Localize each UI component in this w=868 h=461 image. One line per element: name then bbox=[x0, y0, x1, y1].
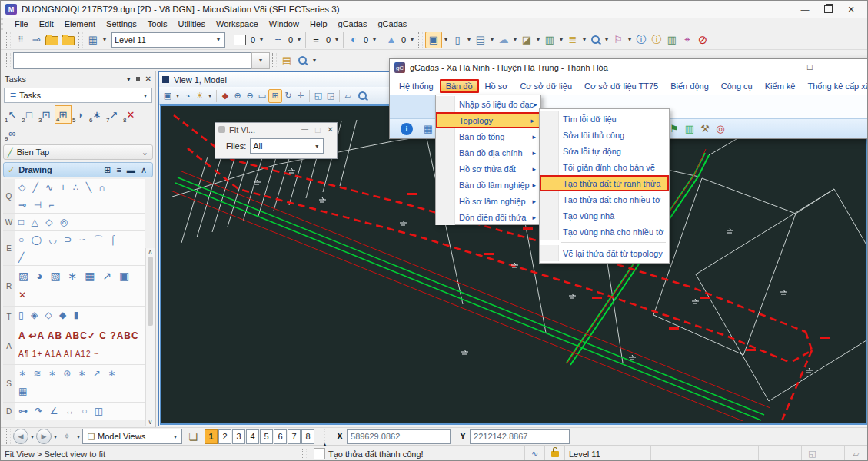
toolbar-grip[interactable] bbox=[78, 32, 83, 48]
gcadas-title-bar[interactable]: gC gCadas - Xã Hà Ninh - Huyện Hà Trung … bbox=[390, 59, 868, 76]
section-drawing[interactable]: ✓ Drawing ⊞ ≡ ▬ ∧ bbox=[3, 162, 153, 177]
transparency-dropdown[interactable]: ▾ bbox=[371, 36, 378, 43]
view-toggle-5[interactable]: 5 bbox=[260, 429, 273, 444]
gc-target-icon[interactable]: ◎ bbox=[713, 121, 728, 137]
pin-flag-icon[interactable]: ⚐ bbox=[610, 32, 626, 48]
toolbar-grip[interactable] bbox=[6, 429, 11, 444]
menu-item-ho-so-thua-dat[interactable]: Hồ sơ thửa đất▸ bbox=[436, 161, 540, 177]
view-previous-icon[interactable]: ◱ bbox=[312, 90, 324, 102]
drawing-tools-row-a2[interactable]: A¶ 1+ A1A AI A12 ┄ bbox=[15, 345, 142, 363]
minimize-button[interactable]: — bbox=[793, 2, 816, 16]
cube-dropdown[interactable]: ▾ bbox=[442, 36, 450, 43]
active-level-combo[interactable]: Level 11 ▾ bbox=[111, 32, 225, 48]
view-toggle-6[interactable]: 6 bbox=[274, 429, 287, 444]
gc-menu-csdl-tt75[interactable]: Cơ sở dữ liệu TT75 bbox=[578, 79, 664, 93]
tasks-close-icon[interactable]: ✕ bbox=[145, 75, 151, 83]
drawing-tools-row-r2[interactable]: ✕ bbox=[15, 287, 135, 304]
menu-item-ban-do-tong[interactable]: Bản đồ tổng▸ bbox=[436, 128, 540, 144]
keyin-expand-button[interactable]: ▾ bbox=[251, 52, 270, 69]
drawing-tools-row-w[interactable]: □ △ ◇ ◎ bbox=[15, 214, 145, 230]
line-style-icon[interactable]: ╌ bbox=[271, 32, 286, 48]
tasks-combo[interactable]: ≣ Tasks ▾ bbox=[4, 88, 152, 103]
drawing-tools-row-d[interactable]: ⊶ ↷ ∠ ↔ ○ ◫ bbox=[15, 403, 145, 420]
drawing-tools-row-r1[interactable]: ▨ ◕ ▧ ∗ ▦ ↗ ▣ bbox=[15, 266, 135, 287]
dimension-style-icon[interactable]: ⊸ bbox=[28, 32, 44, 48]
tool-modify[interactable]: ∗6 bbox=[88, 105, 105, 124]
menu-tools[interactable]: Tools bbox=[142, 18, 173, 29]
brightness-icon[interactable]: ☀ bbox=[194, 90, 206, 102]
drawing-tools-row-a1[interactable]: A ↩A AB ABC✓ C ?ABC bbox=[15, 327, 142, 345]
restore-button[interactable] bbox=[816, 2, 840, 16]
fit-dialog-minimize[interactable]: — bbox=[301, 125, 308, 134]
menu-item-sua-loi-tu-dong[interactable]: Sửa lỗi tự động bbox=[540, 143, 669, 159]
scroll-thumb[interactable] bbox=[148, 257, 153, 326]
search-folder-icon[interactable]: ⓘ bbox=[649, 32, 664, 48]
menu-item-ve-lai-thua-dat[interactable]: Vẽ lại thửa đất từ topology bbox=[540, 245, 669, 261]
compass-icon[interactable]: ⌖ bbox=[59, 429, 75, 444]
drawing-view-toggles[interactable]: ⊞ ≡ ▬ ∧ bbox=[104, 165, 148, 175]
menu-item-tao-vung-nha[interactable]: Tạo vùng nhà bbox=[540, 207, 669, 224]
keyin-browse-icon[interactable] bbox=[298, 56, 307, 65]
rotate-view-icon[interactable]: ↻ bbox=[282, 90, 294, 102]
color-dropdown[interactable]: ▾ bbox=[258, 36, 265, 43]
menu-file[interactable]: File bbox=[9, 18, 34, 29]
view-windows-icon[interactable]: ❏ bbox=[185, 429, 201, 444]
gc-menu-he-thong[interactable]: Hệ thống bbox=[393, 79, 440, 93]
drawing-tools-row-t[interactable]: ▯ ◈ ◇ ◆ ▮ bbox=[15, 307, 145, 327]
line-weight-icon[interactable]: ≡ bbox=[308, 32, 324, 48]
active-template-dropdown[interactable]: ▾ bbox=[101, 36, 108, 43]
gc-menu-ho-so[interactable]: Hồ sơ bbox=[479, 79, 514, 93]
section-bien-tap[interactable]: ╱ Bien Tap ⌄ bbox=[3, 144, 153, 160]
view-toggle-8[interactable]: 8 bbox=[301, 429, 314, 444]
gcadas-minimize[interactable]: — bbox=[780, 62, 789, 71]
toolbar-grip[interactable] bbox=[6, 53, 11, 68]
element-template-icon[interactable]: ⠿ bbox=[13, 32, 28, 48]
menu-item-ban-do-lam-nghiep[interactable]: Bản đồ lâm nghiệp▸ bbox=[436, 177, 540, 193]
gc-menu-ban-do[interactable]: Bản đồ bbox=[440, 79, 479, 93]
status-dgn-cell[interactable]: ▱ bbox=[844, 446, 867, 461]
view-toggle-1[interactable]: 1 bbox=[205, 429, 218, 444]
magnifier-dropdown[interactable]: ▾ bbox=[603, 36, 610, 43]
level-manager-dropdown[interactable]: ▾ bbox=[557, 36, 565, 43]
forward-button[interactable]: ▶ bbox=[36, 429, 52, 444]
tool-change-attributes[interactable]: ◑5 bbox=[72, 105, 88, 124]
back-button[interactable]: ◀ bbox=[13, 429, 28, 444]
menu-edit[interactable]: Edit bbox=[34, 18, 59, 29]
level-display-dropdown[interactable]: ▾ bbox=[580, 36, 588, 43]
keyin-input[interactable] bbox=[13, 52, 251, 69]
gc-tools-icon[interactable]: ⚒ bbox=[697, 121, 713, 137]
menu-settings[interactable]: Settings bbox=[101, 18, 142, 29]
gc-menu-thong-ke[interactable]: Thống kê cấp xã bbox=[802, 79, 868, 93]
toolbar-grip[interactable] bbox=[6, 32, 11, 48]
fit-dialog-title-bar[interactable]: Fit Vi... — □ ✕ bbox=[215, 123, 337, 136]
menu-help[interactable]: Help bbox=[304, 18, 333, 29]
status-snap-cell[interactable]: ∿ bbox=[524, 446, 544, 461]
bien-tap-chevron-icon[interactable]: ⌄ bbox=[141, 148, 148, 158]
view-toggle-4[interactable]: 4 bbox=[246, 429, 259, 444]
files-select[interactable]: All ▾ bbox=[250, 138, 324, 154]
menu-window[interactable]: Window bbox=[264, 18, 304, 29]
design-cube-icon[interactable]: ▣ bbox=[425, 32, 442, 48]
zoom-in-icon[interactable]: ⊕ bbox=[231, 90, 244, 102]
priority-icon[interactable]: ▲ bbox=[384, 32, 399, 48]
view-toggle-3[interactable]: 3 bbox=[232, 429, 245, 444]
tool-move-copy[interactable]: ⊡3 bbox=[38, 105, 55, 124]
drawing-tools-row-q2[interactable]: ⊸ ⊣ ⌐ bbox=[15, 197, 111, 214]
tool-element-selection[interactable]: ↖1 bbox=[4, 105, 21, 124]
display-style-icon[interactable]: ◔ bbox=[181, 90, 194, 102]
back-dropdown[interactable]: ▾ bbox=[28, 433, 36, 440]
menu-item-ban-do-dia-chinh[interactable]: Bản đồ địa chính▸ bbox=[436, 144, 540, 161]
update-view-icon[interactable]: ◆ bbox=[219, 90, 231, 102]
accudraw-icon[interactable]: ⌖ bbox=[680, 32, 695, 48]
zoom-out-icon[interactable]: ⊖ bbox=[244, 90, 256, 102]
drawing-tools-row-e1[interactable]: ○ ◯ ◡ ⊃ ∽ ⌒ ⌠ bbox=[15, 231, 121, 249]
menu-item-topology[interactable]: Topology▸ bbox=[436, 112, 540, 128]
menu-item-sua-loi-thu-cong[interactable]: Sửa lỗi thủ công bbox=[540, 127, 669, 143]
menu-item-tao-vung-nha-nhieu-to[interactable]: Tạo vùng nhà cho nhiều tờ bbox=[540, 224, 669, 240]
new-file-icon[interactable]: ▯ bbox=[450, 32, 465, 48]
close-button[interactable]: ✕ bbox=[840, 2, 863, 16]
no-sign-icon[interactable]: ⊘ bbox=[695, 32, 710, 48]
level-display-icon[interactable]: ≣ bbox=[565, 32, 580, 48]
status-level-cell[interactable]: Level 11 bbox=[564, 446, 650, 461]
tool-chain[interactable]: ∞9 bbox=[4, 124, 21, 142]
